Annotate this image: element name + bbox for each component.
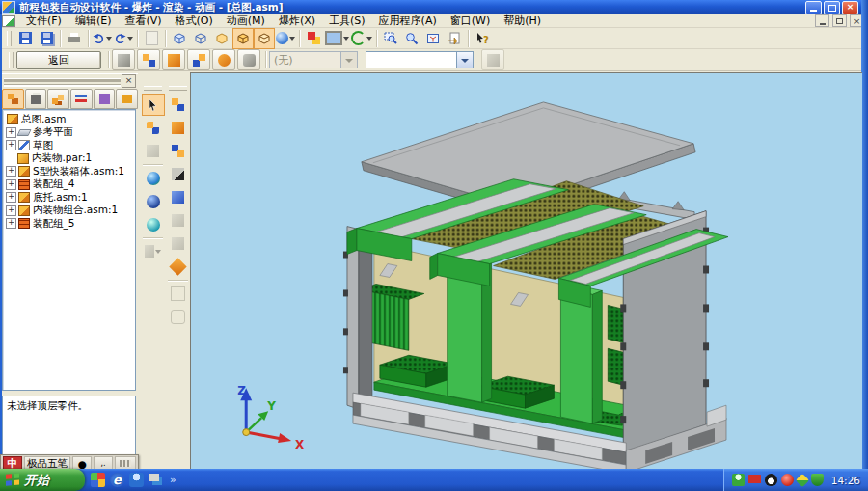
display-config-dropdown[interactable] (343, 37, 349, 41)
view-presets-button[interactable] (142, 240, 165, 262)
save-as-button[interactable] (36, 28, 57, 49)
tree-item-group5[interactable]: + 装配组_5 (5, 217, 135, 231)
fly-line-button[interactable] (187, 49, 210, 70)
tree-item-contents-asm[interactable]: + 内装物组合.asm:1 (5, 205, 135, 218)
minimize-button[interactable] (805, 1, 822, 14)
help-select-button[interactable]: ? (472, 28, 493, 49)
tree-item-contents-part[interactable]: 内装物.par:1 (5, 152, 135, 166)
expand-box[interactable]: + (6, 179, 16, 190)
layers-tab[interactable] (70, 89, 93, 109)
collapse-parts-button[interactable] (167, 117, 190, 139)
copy-image-button[interactable] (141, 28, 162, 49)
library-tab[interactable] (47, 89, 69, 109)
menu-animation[interactable]: 动画(M) (220, 14, 272, 27)
user-online-icon[interactable] (732, 474, 745, 486)
auto-explode-button[interactable] (137, 49, 160, 70)
previous-view-button[interactable] (444, 28, 465, 49)
panel-close-button[interactable]: × (122, 74, 136, 88)
motion-dropdown[interactable] (366, 51, 474, 68)
menu-window[interactable]: 窗口(W) (444, 14, 497, 27)
menu-help[interactable]: 帮助(H) (497, 14, 548, 27)
menu-view[interactable]: 查看(V) (118, 14, 168, 27)
tree-item-sketch[interactable]: + 草图 (5, 139, 135, 152)
zoom-button[interactable] (401, 28, 422, 49)
animate-button[interactable] (212, 49, 235, 70)
select-tool-button[interactable] (142, 94, 165, 116)
zoom-view-button[interactable] (142, 213, 165, 235)
mdi-minimize-button[interactable] (815, 14, 829, 27)
tree-item-root[interactable]: 总图.asm (5, 113, 135, 126)
menu-explode[interactable]: 爆炸(X) (272, 14, 322, 27)
document-icon[interactable] (2, 15, 15, 27)
manual-explode-button[interactable] (162, 49, 185, 70)
shading-mode-dropdown[interactable] (289, 37, 295, 41)
shading-mode-button[interactable] (275, 28, 296, 49)
undo-dropdown[interactable] (106, 37, 112, 41)
toolbar-grip-2[interactable] (9, 52, 14, 68)
back-button[interactable]: 返回 (16, 51, 101, 69)
zoom-area-button[interactable] (380, 28, 401, 49)
tree-item-ref-planes[interactable]: + 参考平面 (5, 126, 135, 140)
grid-tool-2-button[interactable] (167, 306, 190, 328)
quick-launch-overflow[interactable]: » (170, 474, 176, 486)
start-button[interactable]: 开始 (0, 469, 85, 491)
grid-tool-1-button[interactable] (167, 283, 190, 305)
update-view-button[interactable] (350, 28, 373, 49)
tree-item-group4[interactable]: + 装配组_4 (5, 178, 135, 192)
render-output-button[interactable] (481, 49, 504, 70)
panel-grip[interactable] (4, 78, 121, 85)
iso-view-button[interactable] (169, 28, 190, 49)
show-desktop-icon[interactable] (149, 473, 163, 487)
dimetric-view-button[interactable] (190, 28, 211, 49)
view-presets-dropdown[interactable] (155, 250, 161, 254)
redo-button[interactable] (113, 28, 134, 49)
undo-button[interactable] (92, 28, 113, 49)
smart-select-button[interactable] (142, 117, 165, 139)
expand-box[interactable]: + (6, 127, 16, 138)
explode-parts-button[interactable] (167, 94, 190, 116)
toolbar-grip[interactable] (7, 31, 12, 46)
fit-button[interactable] (422, 28, 444, 49)
tree-item-base-asm[interactable]: + 底托.asm:1 (5, 191, 135, 205)
material-table-button[interactable] (303, 28, 324, 49)
security-alert-icon[interactable] (781, 474, 794, 486)
save-button[interactable] (14, 28, 36, 49)
3d-viewport[interactable]: Z Y X (190, 72, 862, 469)
shaded-with-edges-button[interactable] (232, 28, 254, 49)
expand-box[interactable]: + (6, 140, 16, 150)
sensors-tab[interactable] (94, 89, 116, 109)
config-dropdown-arrow[interactable] (340, 52, 357, 68)
menu-tools[interactable]: 工具(S) (322, 14, 372, 27)
print-button[interactable] (64, 28, 85, 49)
reorder-parts-button[interactable] (167, 140, 190, 162)
display-config-button[interactable] (324, 28, 350, 49)
expand-box[interactable]: + (6, 166, 16, 177)
visible-edges-button[interactable] (254, 28, 275, 49)
update-view-dropdown[interactable] (366, 37, 372, 41)
menu-file[interactable]: 文件(F) (19, 14, 68, 27)
group-parts-button[interactable] (167, 256, 190, 278)
config-dropdown[interactable]: (无) (269, 51, 358, 68)
unexplode-button[interactable] (112, 49, 135, 70)
docs-tab[interactable] (116, 89, 138, 109)
motion-dropdown-arrow[interactable] (456, 52, 473, 68)
media-icon[interactable] (91, 473, 105, 487)
explode-settings-button[interactable] (237, 49, 260, 70)
updater-icon[interactable] (796, 473, 809, 486)
menu-edit[interactable]: 编辑(E) (68, 14, 119, 27)
messenger-icon[interactable] (129, 473, 144, 487)
vtoolbar-grip[interactable] (144, 86, 162, 91)
redo-dropdown[interactable] (127, 37, 133, 41)
expand-box[interactable]: + (6, 205, 16, 216)
mdi-restore-button[interactable] (832, 14, 847, 27)
expand-box[interactable]: + (6, 218, 16, 229)
bind-parts-button[interactable] (167, 209, 190, 232)
explode-path-button[interactable] (167, 163, 190, 185)
menu-format[interactable]: 格式(O) (169, 14, 220, 27)
pan-view-button[interactable] (142, 190, 165, 212)
restore-button[interactable] (824, 1, 840, 14)
expand-box[interactable]: + (6, 192, 16, 203)
shaded-view-button[interactable] (211, 28, 232, 49)
assembly-tree-tab[interactable] (2, 89, 24, 109)
unbind-parts-button[interactable] (167, 232, 190, 255)
